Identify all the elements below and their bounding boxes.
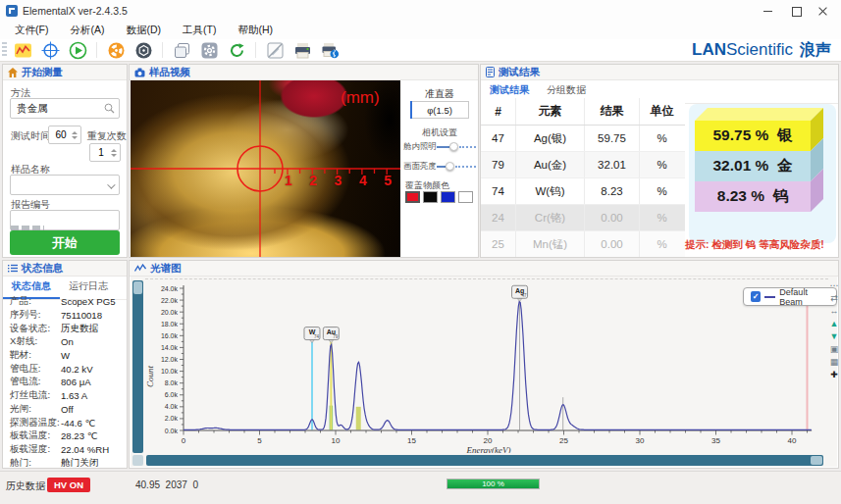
repeat-stepper[interactable] xyxy=(111,143,119,162)
table-row[interactable]: 25Mn(锰)0.00% xyxy=(481,231,685,258)
table-cell: 74 xyxy=(481,178,516,204)
hv-on-badge[interactable]: HV ON xyxy=(47,478,90,492)
sample-video-feed[interactable]: (mm) 12345 xyxy=(131,80,400,257)
camera-icon xyxy=(134,68,145,77)
overlay-color-swatch[interactable] xyxy=(441,191,455,203)
settings-gear-icon[interactable] xyxy=(199,40,219,60)
horizontal-scrollbar-handle[interactable] xyxy=(811,456,822,465)
status-row: 管电压:40.2 kV xyxy=(3,362,127,376)
spectrum-plot[interactable]: 05101520253035400.0k2.0k4.0k6.0k8.0k10.0… xyxy=(145,278,828,453)
status-row: 产品:ScopeX PG5 xyxy=(3,295,127,309)
printer-icon[interactable] xyxy=(292,40,312,60)
file-copy-icon[interactable] xyxy=(172,40,191,60)
toolbar-drag-handle[interactable] xyxy=(2,42,7,58)
grid-toggle-icon[interactable]: ▦ xyxy=(830,357,839,367)
table-row[interactable]: 79Au(金)32.01% xyxy=(481,152,685,178)
status-row: X射线:On xyxy=(3,335,127,349)
overlay-color-swatch[interactable] xyxy=(458,191,473,203)
column-header: 元素 xyxy=(516,98,585,125)
status-row-label: 光闸: xyxy=(10,403,61,416)
menu-item[interactable]: 文件(F) xyxy=(4,24,59,37)
maximize-button[interactable] xyxy=(790,5,802,17)
statusbar-numbers: 40.95 2037 0 xyxy=(135,479,198,490)
sample-name-select[interactable] xyxy=(10,175,120,195)
status-row-value: Off xyxy=(61,404,74,415)
spectrum-panel-title: 光谱图 xyxy=(150,262,182,276)
status-row: 光闸:Off xyxy=(3,403,127,417)
table-row[interactable]: 47Ag(银)59.75% xyxy=(481,126,685,152)
video-panel-title: 样品视频 xyxy=(149,66,190,79)
status-row-label: 板载湿度: xyxy=(10,443,61,456)
camera-shutter-icon[interactable] xyxy=(133,40,153,60)
impurity-warning: 提示: 检测到 钨 等高风险杂质! xyxy=(685,238,824,252)
table-row[interactable]: 74W(钨)8.23% xyxy=(481,178,685,205)
start-measure-icon[interactable] xyxy=(68,40,87,60)
summary-3d-bars: 59.75 % 银32.01 % 金8.23 % 钨 xyxy=(695,121,823,212)
document-icon xyxy=(486,67,495,77)
status-row: 探测器温度:-44.6 ℃ xyxy=(3,416,127,429)
scrollbar-corner xyxy=(132,455,143,466)
legend-checkbox[interactable]: ✓ xyxy=(751,291,761,302)
table-cell: Ag(银) xyxy=(516,126,585,151)
time-stepper[interactable] xyxy=(72,126,79,144)
refresh-icon[interactable] xyxy=(227,40,246,60)
fit-view-icon[interactable]: ✚ xyxy=(830,370,838,379)
menu-item[interactable]: 分析(A) xyxy=(59,24,115,37)
status-row-label: 探测器温度: xyxy=(10,417,61,429)
status-row-label: X射线: xyxy=(10,335,61,348)
svg-text:25: 25 xyxy=(559,436,568,445)
status-row-value: 22.04 %RH xyxy=(61,444,109,455)
list-icon xyxy=(8,264,18,273)
table-header-row: #元素结果单位 xyxy=(481,98,685,126)
close-button[interactable] xyxy=(817,5,829,17)
column-header: 单位 xyxy=(640,98,684,125)
svg-text:18.0k: 18.0k xyxy=(161,321,179,328)
ruler-number: 3 xyxy=(335,173,342,188)
light-slider[interactable] xyxy=(437,141,476,151)
more-options-icon[interactable]: ⋯ xyxy=(830,280,839,290)
collimator-option[interactable]: φ(1.5) xyxy=(410,101,469,119)
start-button[interactable]: 开始 xyxy=(10,230,120,255)
vertical-scrollbar[interactable] xyxy=(132,280,143,453)
svg-text:22.0k: 22.0k xyxy=(161,297,179,304)
menu-item[interactable]: 工具(T) xyxy=(172,24,227,37)
status-row: 板载湿度:22.04 %RH xyxy=(3,443,127,457)
pan-horizontal-icon[interactable]: ⇄ xyxy=(830,293,838,303)
brand-logo: LANScientific浪声 xyxy=(692,40,841,61)
menu-item[interactable]: 帮助(H) xyxy=(227,24,284,37)
status-row-value: 40.2 kV xyxy=(61,364,93,375)
overlay-color-swatch[interactable] xyxy=(405,191,420,203)
brand-scientific: Scientific xyxy=(726,40,793,60)
collimator-title: 准直器 xyxy=(401,87,478,101)
calibration-crosshair-icon[interactable] xyxy=(40,40,60,60)
slider-knob[interactable] xyxy=(449,142,458,151)
vertical-scrollbar-handle[interactable] xyxy=(133,281,142,294)
table-row[interactable]: 24Cr(铬)0.00% xyxy=(481,205,685,231)
menu-item[interactable]: 数据(D) xyxy=(115,24,172,37)
progress-label: 100 % xyxy=(482,479,504,488)
zoom-in-vertical-icon[interactable]: ▲ xyxy=(830,319,839,328)
horizontal-scrollbar[interactable] xyxy=(146,455,823,466)
svg-text:2.0k: 2.0k xyxy=(165,415,179,422)
search-icon[interactable] xyxy=(104,103,115,116)
zoom-out-vertical-icon[interactable]: ▼ xyxy=(830,331,839,341)
svg-text:74: 74 xyxy=(314,334,320,339)
overlay-color-swatch[interactable] xyxy=(423,191,438,203)
status-row-label: 靶材: xyxy=(10,349,61,362)
slider-knob[interactable] xyxy=(446,162,454,171)
printer-bluetooth-icon[interactable] xyxy=(320,40,340,60)
table-cell: 8.23 xyxy=(585,178,640,204)
camera-settings-label: 相机设置 xyxy=(401,126,478,139)
brightness-slider[interactable] xyxy=(437,161,476,171)
status-row-label: 灯丝电流: xyxy=(10,389,61,402)
export-image-icon[interactable]: ▣ xyxy=(830,344,839,354)
minimize-button[interactable] xyxy=(762,5,774,17)
report-edit-disabled-icon[interactable] xyxy=(265,40,285,60)
legend-line-swatch xyxy=(764,296,775,298)
status-row-value: 舱门关闭 xyxy=(61,457,98,469)
radiation-warning-icon[interactable] xyxy=(106,40,126,60)
spectrum-shortcut-icon[interactable] xyxy=(13,40,32,60)
svg-text:Energy(keV): Energy(keV) xyxy=(465,445,510,453)
toolbar: LANScientific浪声 xyxy=(0,39,841,62)
collapse-horizontal-icon[interactable]: ↔ xyxy=(830,306,839,316)
